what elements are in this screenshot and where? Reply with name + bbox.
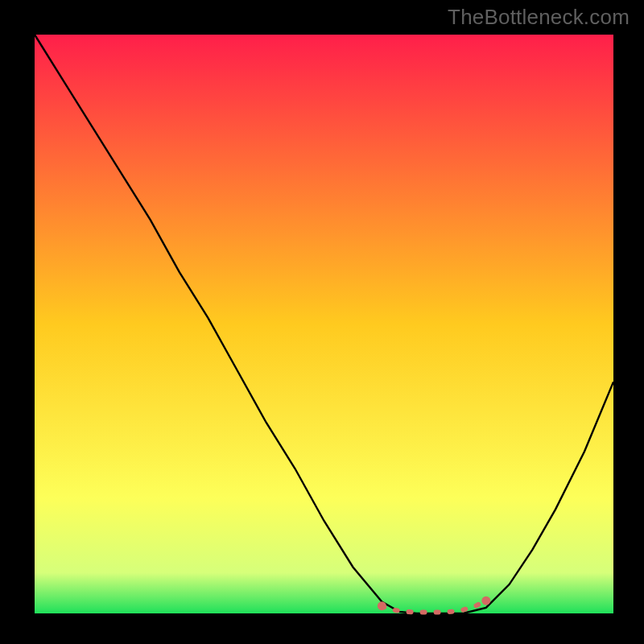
marker-dot — [378, 601, 386, 610]
plot-background — [35, 35, 613, 613]
chart-svg — [0, 0, 644, 644]
chart-container: TheBottleneck.com — [0, 0, 644, 644]
marker-dot — [481, 597, 490, 605]
